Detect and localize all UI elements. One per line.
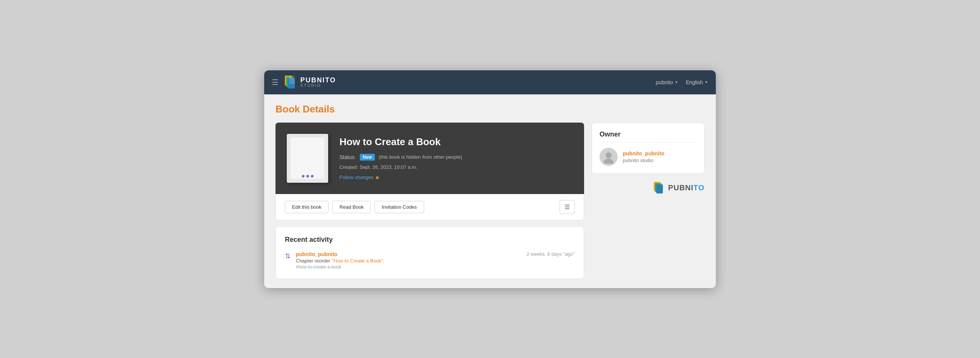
book-info: How to Create a Book Status: New (this b… xyxy=(339,136,573,181)
follow-changes-link[interactable]: Follow changes xyxy=(339,174,373,180)
activity-time: 2 weeks, 6 days "ago" xyxy=(527,251,575,257)
lang-dropdown-arrow: ▼ xyxy=(705,80,708,84)
bottom-logo-blue: TO xyxy=(694,184,705,192)
lang-label: English xyxy=(686,79,703,86)
browser-window: ☰ PUBNITO STUDIO pubnito ▼ xyxy=(264,70,716,288)
logo-text-container: PUBNITO STUDIO xyxy=(300,77,336,88)
activity-content: pubnito_pubnito 2 weeks, 6 days "ago" Ch… xyxy=(296,251,575,269)
edit-book-button[interactable]: Edit this book xyxy=(285,201,329,213)
owner-details: pubnito_pubnito pubnito studio xyxy=(623,150,664,163)
follow-changes: Follow changes ■ xyxy=(339,174,573,181)
status-badge: New xyxy=(360,154,375,161)
owner-avatar xyxy=(600,148,617,166)
sidebar: Owner pubnito_pubnito pubnito studio xyxy=(592,123,705,195)
book-actions-card: Edit this book Read Book Invitation Code… xyxy=(275,194,584,220)
bottom-logo-icon xyxy=(653,181,665,195)
activity-item: ⇅ pubnito_pubnito 2 weeks, 6 days "ago" … xyxy=(285,251,575,269)
main-layout: How to Create a Book Status: New (this b… xyxy=(275,123,705,279)
page-content: Book Details How to Create a Book xyxy=(264,94,716,288)
bottom-logo: PUBNITO xyxy=(592,181,705,195)
logo-subtext: STUDIO xyxy=(300,84,336,88)
activity-reorder-icon: ⇅ xyxy=(285,252,291,260)
status-label: Status: xyxy=(339,154,356,160)
book-status-row: Status: New (this book is hidden from ot… xyxy=(339,154,573,161)
actions-left: Edit this book Read Book Invitation Code… xyxy=(285,201,424,213)
invitation-codes-button[interactable]: Invitation Codes xyxy=(374,201,424,213)
actions-menu-button[interactable]: ☰ xyxy=(560,200,575,214)
logo-text: PUBNITO xyxy=(300,77,336,84)
svg-rect-3 xyxy=(289,75,295,84)
navbar-right: pubnito ▼ English ▼ xyxy=(655,79,708,86)
book-cover-dots xyxy=(302,175,313,177)
page-title: Book Details xyxy=(275,103,705,115)
recent-activity-title: Recent activity xyxy=(285,236,575,244)
user-label: pubnito xyxy=(655,79,673,86)
book-cover-dot-1 xyxy=(302,175,304,177)
activity-book-link[interactable]: "How to Create a Book". xyxy=(332,258,384,264)
owner-studio: pubnito studio xyxy=(623,158,664,163)
book-cover-dot-3 xyxy=(311,175,313,177)
book-cover-page xyxy=(291,138,325,179)
user-dropdown-arrow: ▼ xyxy=(675,80,678,84)
svg-point-5 xyxy=(604,159,613,163)
svg-rect-8 xyxy=(656,184,663,193)
nav-user[interactable]: pubnito ▼ xyxy=(655,79,678,86)
svg-point-4 xyxy=(606,152,612,158)
navbar: ☰ PUBNITO STUDIO pubnito ▼ xyxy=(264,70,716,94)
owner-card: Owner pubnito_pubnito pubnito studio xyxy=(592,123,705,174)
logo-container[interactable]: PUBNITO STUDIO xyxy=(284,75,336,90)
bottom-logo-text: PUBNITO xyxy=(668,184,705,192)
hamburger-icon[interactable]: ☰ xyxy=(272,78,278,87)
activity-slug: #how-to-create-a-book xyxy=(296,265,575,269)
owner-name-link[interactable]: pubnito_pubnito xyxy=(623,150,664,157)
activity-header: pubnito_pubnito 2 weeks, 6 days "ago" xyxy=(296,251,575,257)
read-book-button[interactable]: Read Book xyxy=(332,201,371,213)
recent-activity-card: Recent activity ⇅ pubnito_pubnito 2 week… xyxy=(275,227,584,279)
status-desc: (this book is hidden from other people) xyxy=(379,154,462,160)
book-section: How to Create a Book Status: New (this b… xyxy=(275,123,584,279)
activity-user-link[interactable]: pubnito_pubnito xyxy=(296,251,337,257)
activity-desc: Chapter reorder "How to Create a Book". xyxy=(296,258,575,264)
logo-icon xyxy=(284,75,298,90)
book-created: Created: Sept. 26, 2023, 10:07 a.m. xyxy=(339,164,573,170)
owner-title: Owner xyxy=(600,130,697,143)
nav-lang[interactable]: English ▼ xyxy=(686,79,708,86)
owner-info: pubnito_pubnito pubnito studio xyxy=(600,148,697,166)
navbar-left: ☰ PUBNITO STUDIO xyxy=(272,75,336,90)
rss-icon: ■ xyxy=(375,174,379,181)
avatar-icon xyxy=(602,150,615,163)
book-title: How to Create a Book xyxy=(339,136,573,148)
book-header-card: How to Create a Book Status: New (this b… xyxy=(275,123,584,194)
book-cover xyxy=(287,134,328,183)
book-cover-dot-2 xyxy=(306,175,309,177)
